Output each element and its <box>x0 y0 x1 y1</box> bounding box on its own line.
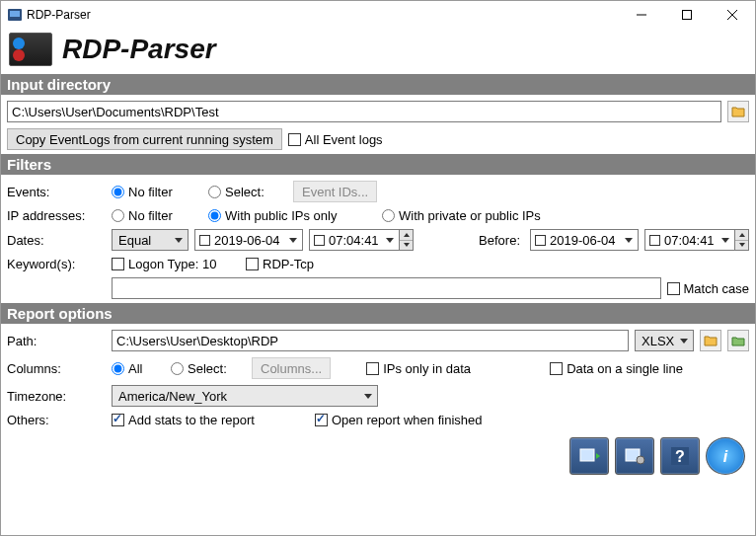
browse-input-dir-button[interactable] <box>727 101 749 122</box>
dates-label: Dates: <box>7 233 106 248</box>
date-from-picker[interactable]: 2019-06-04 <box>194 229 303 251</box>
time-to-spinner[interactable] <box>735 229 749 251</box>
keywords-label: Keyword(s): <box>7 257 106 271</box>
match-case-checkbox[interactable]: Match case <box>667 281 749 296</box>
ip-no-filter-radio[interactable]: No filter <box>112 208 202 223</box>
settings-button[interactable] <box>615 437 654 475</box>
svg-text:i: i <box>723 448 728 465</box>
close-button[interactable] <box>710 1 755 29</box>
keyword-rdptcp-checkbox[interactable]: RDP-Tcp <box>246 257 314 271</box>
window-title: RDP-Parser <box>27 8 91 22</box>
timezone-label: Timezone: <box>7 389 106 404</box>
time-from-picker[interactable]: 07:04:41 <box>309 229 400 251</box>
info-icon: i <box>715 445 736 467</box>
svg-rect-1 <box>10 11 20 17</box>
svg-rect-6 <box>580 449 594 461</box>
app-title: RDP-Parser <box>62 34 216 65</box>
keyword-logon-checkbox[interactable]: Logon Type: 10 <box>112 257 240 271</box>
about-button[interactable]: i <box>706 437 745 475</box>
add-stats-checkbox[interactable]: Add stats to the report <box>112 413 309 427</box>
section-filters: Filters <box>1 154 755 175</box>
events-label: Events: <box>7 185 106 199</box>
svg-text:?: ? <box>675 448 685 465</box>
folder-open-icon <box>731 335 745 346</box>
help-button[interactable]: ? <box>660 437 700 475</box>
minimize-button[interactable] <box>619 1 664 29</box>
maximize-button[interactable] <box>664 1 710 29</box>
browse-report-path-button[interactable] <box>700 330 721 351</box>
gear-icon <box>624 445 645 467</box>
report-path-field[interactable] <box>112 330 629 351</box>
time-from-spinner[interactable] <box>400 229 414 251</box>
svg-point-9 <box>637 456 644 464</box>
svg-marker-7 <box>596 453 600 459</box>
keyword-input[interactable] <box>112 277 661 299</box>
events-select-radio[interactable]: Select: <box>208 185 287 199</box>
input-directory-field[interactable] <box>7 101 721 122</box>
svg-rect-3 <box>683 11 692 20</box>
report-path-label: Path: <box>7 334 106 348</box>
others-label: Others: <box>7 413 106 427</box>
section-input-directory: Input directory <box>1 74 755 95</box>
all-event-logs-checkbox[interactable]: All Event logs <box>288 132 383 147</box>
timezone-dropdown[interactable]: America/New_York <box>112 385 378 407</box>
columns-all-radio[interactable]: All <box>112 361 165 376</box>
ip-public-only-radio[interactable]: With public IPs only <box>208 208 376 223</box>
app-icon <box>7 7 23 23</box>
columns-select-radio[interactable]: Select: <box>171 361 246 376</box>
open-report-checkbox[interactable]: Open report when finished <box>315 413 482 427</box>
date-to-picker[interactable]: 2019-06-04 <box>530 229 639 251</box>
open-report-folder-button[interactable] <box>727 330 749 351</box>
app-logo <box>9 33 52 66</box>
copy-eventlogs-button[interactable]: Copy EventLogs from current running syst… <box>7 128 282 150</box>
events-no-filter-radio[interactable]: No filter <box>112 185 202 199</box>
time-to-picker[interactable]: 07:04:41 <box>644 229 735 251</box>
columns-label: Columns: <box>7 361 106 376</box>
folder-icon <box>704 335 718 346</box>
ip-label: IP addresses: <box>7 208 106 223</box>
run-button[interactable] <box>569 437 609 475</box>
ip-private-public-radio[interactable]: With private or public IPs <box>382 208 541 223</box>
before-label: Before: <box>479 233 520 248</box>
play-icon <box>578 445 600 467</box>
columns-button[interactable]: Columns... <box>252 357 331 379</box>
folder-icon <box>731 106 745 117</box>
help-icon: ? <box>669 445 691 467</box>
single-line-checkbox[interactable]: Data on a single line <box>550 361 683 376</box>
event-ids-button[interactable]: Event IDs... <box>293 181 377 202</box>
dates-mode-dropdown[interactable]: Equal <box>112 229 189 251</box>
report-format-dropdown[interactable]: XLSX <box>635 330 694 351</box>
ips-only-checkbox[interactable]: IPs only in data <box>366 361 514 376</box>
section-report-options: Report options <box>1 303 755 324</box>
